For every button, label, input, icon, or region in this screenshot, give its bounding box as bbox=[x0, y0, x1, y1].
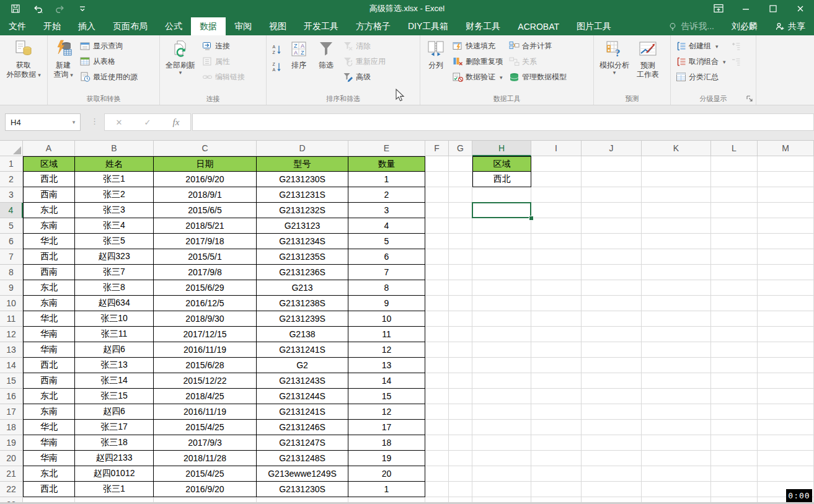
cell-K19[interactable] bbox=[642, 435, 711, 451]
cell-I11[interactable] bbox=[531, 311, 582, 327]
cell-L3[interactable] bbox=[711, 187, 758, 203]
cell-K20[interactable] bbox=[642, 451, 711, 466]
cell-H16[interactable] bbox=[472, 389, 531, 404]
cell-A5[interactable]: 东南 bbox=[23, 218, 75, 234]
row-header-17[interactable]: 17 bbox=[0, 404, 23, 420]
sort-descending-button[interactable]: ZA bbox=[269, 58, 285, 76]
cell-G19[interactable] bbox=[449, 435, 472, 451]
cell-C4[interactable]: 2015/6/5 bbox=[154, 203, 257, 218]
cell-D4[interactable]: G2131232S bbox=[257, 203, 348, 218]
cell-A7[interactable]: 西北 bbox=[23, 249, 75, 265]
cell-D8[interactable]: G2131236S bbox=[257, 265, 348, 280]
cell-K4[interactable] bbox=[642, 203, 711, 218]
cell-I9[interactable] bbox=[531, 280, 582, 296]
cell-I1[interactable] bbox=[531, 156, 582, 172]
cell-L18[interactable] bbox=[711, 420, 758, 435]
flash-fill-button[interactable]: 快速填充 bbox=[450, 38, 505, 54]
cell-K16[interactable] bbox=[642, 389, 711, 404]
cell-H7[interactable] bbox=[472, 249, 531, 265]
cell-D12[interactable]: G2138 bbox=[257, 327, 348, 342]
cell-G2[interactable] bbox=[449, 172, 472, 187]
cell-G10[interactable] bbox=[449, 296, 472, 311]
cell-E3[interactable]: 2 bbox=[348, 187, 425, 203]
cell-C2[interactable]: 2016/9/20 bbox=[154, 172, 257, 187]
cell-D1[interactable]: 型号 bbox=[257, 156, 348, 172]
formula-input[interactable] bbox=[192, 113, 814, 131]
cell-M18[interactable] bbox=[758, 420, 814, 435]
ribbon-tab-2[interactable]: 开始 bbox=[35, 17, 69, 35]
cell-E20[interactable]: 19 bbox=[348, 451, 425, 466]
cell-H3[interactable] bbox=[472, 187, 531, 203]
cell-I19[interactable] bbox=[531, 435, 582, 451]
consolidate-button[interactable]: 合并计算 bbox=[507, 38, 569, 54]
cell-H15[interactable] bbox=[472, 373, 531, 389]
cell-F3[interactable] bbox=[425, 187, 449, 203]
cell-M5[interactable] bbox=[758, 218, 814, 234]
cell-E15[interactable]: 14 bbox=[348, 373, 425, 389]
cell-K7[interactable] bbox=[642, 249, 711, 265]
cell-L14[interactable] bbox=[711, 358, 758, 373]
cell-J6[interactable] bbox=[582, 234, 642, 249]
subtotal-button[interactable]: 分类汇总 bbox=[673, 69, 728, 85]
cell-A16[interactable]: 东北 bbox=[23, 389, 75, 404]
cell-G17[interactable] bbox=[449, 404, 472, 420]
ribbon-display-options-icon[interactable] bbox=[705, 0, 732, 17]
cell-J19[interactable] bbox=[582, 435, 642, 451]
cell-L4[interactable] bbox=[711, 203, 758, 218]
cell-M7[interactable] bbox=[758, 249, 814, 265]
cell-K22[interactable] bbox=[642, 482, 711, 497]
row-header-5[interactable]: 5 bbox=[0, 218, 23, 234]
row-header-11[interactable]: 11 bbox=[0, 311, 23, 327]
ribbon-tab-14[interactable]: 图片工具 bbox=[568, 17, 620, 35]
cell-K9[interactable] bbox=[642, 280, 711, 296]
cell-A4[interactable]: 东北 bbox=[23, 203, 75, 218]
cell-M4[interactable] bbox=[758, 203, 814, 218]
get-external-data-button[interactable]: 获取 外部数据 bbox=[3, 37, 44, 81]
cell-B7[interactable]: 赵四323 bbox=[75, 249, 154, 265]
cell-G22[interactable] bbox=[449, 482, 472, 497]
cell-F5[interactable] bbox=[425, 218, 449, 234]
row-header-3[interactable]: 3 bbox=[0, 187, 23, 203]
cell-D21[interactable]: G213ewwe1249S bbox=[257, 466, 348, 482]
cell-D19[interactable]: G2131247S bbox=[257, 435, 348, 451]
what-if-analysis-button[interactable]: ? 模拟分析 ▾ bbox=[596, 37, 632, 76]
cell-J17[interactable] bbox=[582, 404, 642, 420]
cell-F9[interactable] bbox=[425, 280, 449, 296]
cell-E8[interactable]: 7 bbox=[348, 265, 425, 280]
share-button[interactable]: 共享 bbox=[766, 17, 814, 35]
cell-J14[interactable] bbox=[582, 358, 642, 373]
cell-A9[interactable]: 东北 bbox=[23, 280, 75, 296]
column-header-D[interactable]: D bbox=[257, 141, 348, 156]
cell-H2[interactable]: 西北 bbox=[472, 172, 531, 187]
forecast-sheet-button[interactable]: 预测 工作表 bbox=[634, 37, 662, 81]
cell-J1[interactable] bbox=[582, 156, 642, 172]
cell-D16[interactable]: G2131244S bbox=[257, 389, 348, 404]
cell-G21[interactable] bbox=[449, 466, 472, 482]
row-header-4[interactable]: 4 bbox=[0, 203, 23, 218]
cell-F17[interactable] bbox=[425, 404, 449, 420]
row-header-18[interactable]: 18 bbox=[0, 420, 23, 435]
column-header-A[interactable]: A bbox=[23, 141, 75, 156]
active-cell-selection[interactable] bbox=[472, 202, 531, 218]
cell-D7[interactable]: G2131235S bbox=[257, 249, 348, 265]
cell-L15[interactable] bbox=[711, 373, 758, 389]
cell-J15[interactable] bbox=[582, 373, 642, 389]
cell-M19[interactable] bbox=[758, 435, 814, 451]
cell-J16[interactable] bbox=[582, 389, 642, 404]
cell-I20[interactable] bbox=[531, 451, 582, 466]
cell-K21[interactable] bbox=[642, 466, 711, 482]
cell-F7[interactable] bbox=[425, 249, 449, 265]
cell-L9[interactable] bbox=[711, 280, 758, 296]
cell-J12[interactable] bbox=[582, 327, 642, 342]
cell-C9[interactable]: 2015/6/29 bbox=[154, 280, 257, 296]
cell-E2[interactable]: 1 bbox=[348, 172, 425, 187]
filter-button[interactable]: 筛选 bbox=[313, 37, 339, 71]
cell-D13[interactable]: G2131241S bbox=[257, 342, 348, 358]
cell-G12[interactable] bbox=[449, 327, 472, 342]
ribbon-tab-11[interactable]: DIY工具箱 bbox=[399, 17, 457, 35]
cell-L10[interactable] bbox=[711, 296, 758, 311]
cell-I21[interactable] bbox=[531, 466, 582, 482]
sort-ascending-button[interactable]: AZ bbox=[269, 41, 285, 58]
remove-duplicates-button[interactable]: 删除重复项 bbox=[450, 54, 505, 69]
row-header-16[interactable]: 16 bbox=[0, 389, 23, 404]
